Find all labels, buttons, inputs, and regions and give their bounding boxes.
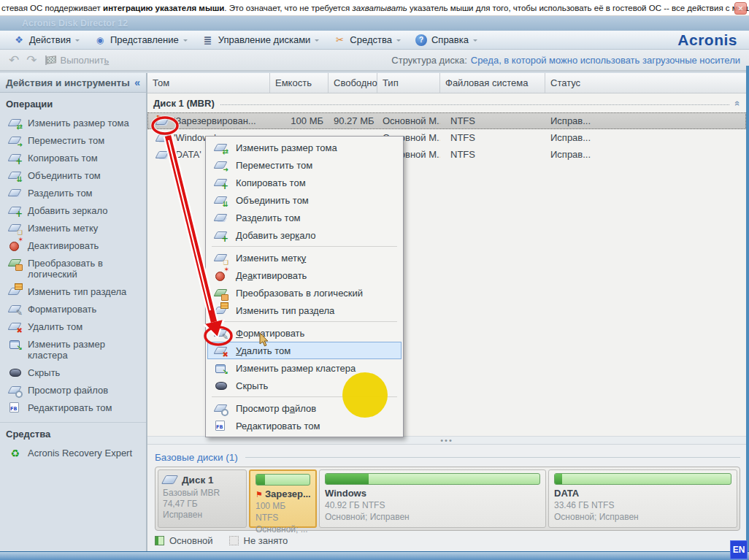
active-flag-icon <box>155 115 162 123</box>
column-header-filesystem[interactable]: Файловая система <box>440 73 545 93</box>
menu-help[interactable]: Справка <box>410 33 483 47</box>
move-volume-icon <box>213 159 228 171</box>
tools-icon <box>334 34 345 46</box>
column-header-status[interactable]: Статус <box>545 73 746 93</box>
disk-group-row[interactable]: Диск 1 (MBR) « <box>147 93 746 112</box>
convert-to-logical-icon <box>7 257 22 269</box>
table-row-reserved[interactable]: 'Зарезервирован... 100 МБ 90.27 МБ Основ… <box>147 112 746 129</box>
usage-bar <box>554 473 731 485</box>
context-menu-item-split-volume[interactable]: Разделить том <box>207 209 402 226</box>
sidebar-item-delete-volume[interactable]: Удалить том <box>0 318 146 335</box>
close-icon[interactable]: ✕ <box>734 2 747 15</box>
sidebar-section-tools: Средства <box>0 422 146 444</box>
language-badge[interactable]: EN <box>730 540 748 559</box>
usage-bar <box>256 474 310 486</box>
context-menu-item-convert-to-logical[interactable]: Преобразовать в логический <box>207 284 402 302</box>
sidebar-item-split-volume[interactable]: Разделить том <box>0 184 146 202</box>
commit-button[interactable]: Выполнить <box>45 55 110 66</box>
format-icon <box>213 327 228 339</box>
collapse-sidebar-icon[interactable]: « <box>134 77 140 88</box>
sidebar-item-browse-files[interactable]: Просмотр файлов <box>0 381 146 399</box>
title-bar: Acronis Disk Director 12 <box>0 16 749 31</box>
sidebar-item-resize-volume[interactable]: Изменить размер тома <box>0 114 146 131</box>
undo-icon[interactable]: ↶ <box>9 53 19 68</box>
partition-block-data[interactable]: DATA 33.46 ГБ NTFS Основной; Исправен <box>548 469 737 528</box>
sidebar-item-add-mirror[interactable]: Добавить зеркало <box>0 202 146 219</box>
disk-layout-link[interactable]: Среда, в которой можно использовать загр… <box>471 55 740 66</box>
sidebar-item-move-volume[interactable]: Переместить том <box>0 131 146 149</box>
context-menu-item-copy-volume[interactable]: Копировать том <box>207 174 402 191</box>
partition-block-reserved[interactable]: Зарезер... 100 МБ NTFS Основной; ... <box>249 469 317 528</box>
context-menu-item-change-cluster-size[interactable]: Изменить размер кластера <box>207 359 402 377</box>
resize-volume-icon <box>7 117 22 129</box>
volumes-table-header: Том Емкость Свободно Тип Файловая систем… <box>147 73 746 93</box>
help-icon <box>415 34 427 46</box>
cluster-size-icon <box>213 362 228 374</box>
merge-volume-icon <box>213 194 228 206</box>
sidebar-item-recovery-expert[interactable]: Acronis Recovery Expert <box>0 444 146 461</box>
format-icon <box>7 303 22 315</box>
sidebar-item-change-label[interactable]: Изменить метку <box>0 219 146 237</box>
context-menu-item-hide[interactable]: Скрыть <box>207 377 402 394</box>
column-header-free[interactable]: Свободно <box>329 73 377 93</box>
column-header-volume[interactable]: Том <box>147 73 270 93</box>
sidebar-item-change-cluster-size[interactable]: Изменить размер кластера <box>0 335 146 364</box>
browse-files-icon <box>213 402 228 414</box>
split-volume-icon <box>213 212 228 223</box>
actions-icon <box>13 34 25 46</box>
sidebar-item-hide[interactable]: Скрыть <box>0 364 146 381</box>
disk-info-card[interactable]: Диск 1 Базовый MBR 74,47 ГБ Исправен <box>158 469 247 528</box>
menu-disk-management[interactable]: Управление дисками <box>196 33 326 47</box>
hide-volume-icon <box>213 380 228 391</box>
disk-stack-icon <box>202 34 214 46</box>
partition-block-windows[interactable]: Windows 40.92 ГБ NTFS Основной; Исправен <box>319 469 546 528</box>
context-menu-item-resize-volume[interactable]: Изменить размер тома <box>207 139 402 156</box>
context-menu-item-format[interactable]: Форматировать <box>207 324 402 342</box>
context-menu-item-merge-volume[interactable]: Объединить том <box>207 191 402 209</box>
deactivate-icon <box>213 269 228 281</box>
sidebar-item-change-partition-type[interactable]: Изменить тип раздела <box>0 283 146 300</box>
context-menu-item-add-mirror[interactable]: Добавить зеркало <box>207 226 402 244</box>
column-header-type[interactable]: Тип <box>377 73 440 93</box>
move-volume-icon <box>7 134 22 146</box>
context-menu-item-edit-volume[interactable]: Редактировать том <box>207 417 402 434</box>
eye-icon <box>94 34 106 46</box>
basic-disks-title: Базовые диски (1) <box>155 452 238 463</box>
delete-volume-icon <box>213 345 228 356</box>
context-menu-item-change-partition-type[interactable]: Изменить тип раздела <box>207 302 402 319</box>
sidebar-item-format[interactable]: Форматировать <box>0 300 146 318</box>
edit-volume-icon <box>213 420 228 431</box>
sidebar-item-deactivate[interactable]: Деактивировать <box>0 237 146 254</box>
hide-volume-icon <box>7 367 22 378</box>
sidebar-section-operations: Операции <box>0 93 146 114</box>
column-header-capacity[interactable]: Емкость <box>270 73 329 93</box>
collapse-group-icon[interactable]: « <box>732 100 743 105</box>
copy-volume-icon <box>213 177 228 188</box>
usage-bar <box>325 473 540 485</box>
context-menu-item-delete-volume[interactable]: Удалить том <box>207 342 402 359</box>
convert-to-logical-icon <box>213 287 228 299</box>
sidebar-item-copy-volume[interactable]: Копировать том <box>0 149 146 166</box>
sidebar-item-merge-volume[interactable]: Объединить том <box>0 166 146 184</box>
menu-bar: Действия Представление Управление дискам… <box>0 31 749 50</box>
bottom-strip <box>0 551 749 560</box>
menu-tools[interactable]: Средства <box>328 33 407 47</box>
sidebar: Действия и инструменты « Операции Измени… <box>0 73 147 551</box>
redo-icon[interactable]: ↷ <box>26 53 37 68</box>
menu-separator <box>207 319 402 324</box>
app-window: стевая ОС поддерживает интеграцию указат… <box>0 0 749 560</box>
context-menu-item-browse-files[interactable]: Просмотр файлов <box>207 399 402 417</box>
unallocated-legend-swatch <box>229 536 239 545</box>
chevron-down-icon <box>396 39 401 44</box>
menu-view[interactable]: Представление <box>88 33 193 47</box>
edit-volume-icon <box>7 402 22 413</box>
context-menu-item-deactivate[interactable]: Деактивировать <box>207 266 402 284</box>
sidebar-item-convert-to-logical[interactable]: Преобразовать в логический <box>0 254 146 283</box>
cluster-size-icon <box>7 338 22 350</box>
menu-actions[interactable]: Действия <box>7 33 85 47</box>
change-label-icon <box>213 252 228 264</box>
sidebar-item-edit-volume[interactable]: Редактировать том <box>0 399 146 416</box>
volume-icon <box>155 132 169 144</box>
context-menu-item-change-label[interactable]: Изменить метку <box>207 249 402 266</box>
context-menu-item-move-volume[interactable]: Переместить том <box>207 156 402 174</box>
